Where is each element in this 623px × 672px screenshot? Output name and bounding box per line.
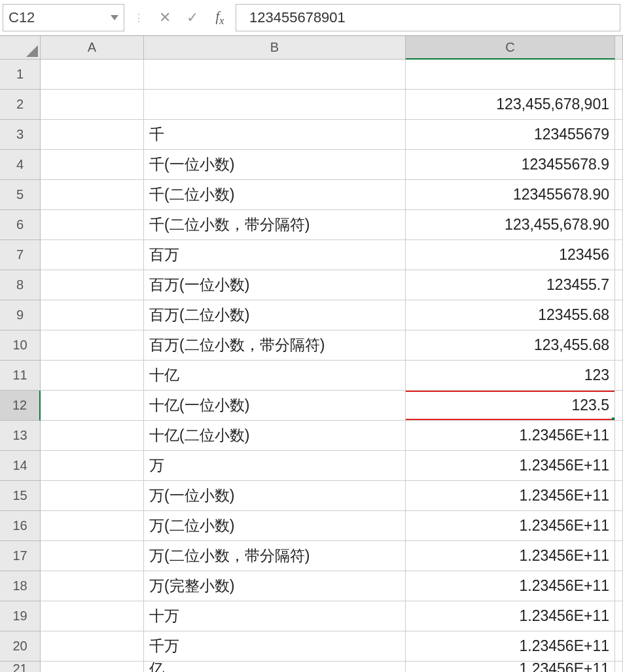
cell[interactable]	[41, 150, 144, 180]
cell[interactable]: 万	[144, 451, 406, 481]
cell[interactable]	[41, 631, 144, 662]
row-header[interactable]: 16	[0, 511, 41, 541]
cell[interactable]: 1.23456E+11	[406, 571, 615, 601]
cell[interactable]: 千万	[144, 631, 406, 662]
col-header-a[interactable]: A	[41, 36, 144, 60]
row-header[interactable]: 15	[0, 481, 41, 511]
cell[interactable]	[615, 662, 623, 672]
name-box-dropdown-icon[interactable]	[111, 15, 118, 20]
cell[interactable]: 1.23456E+11	[406, 451, 615, 481]
cell[interactable]: 123,455,678.90	[406, 210, 615, 240]
row-header[interactable]: 12	[0, 391, 41, 421]
cell[interactable]: 123.5	[406, 391, 615, 421]
cell[interactable]: 123,455.68	[406, 330, 615, 361]
cell[interactable]	[615, 481, 623, 511]
cell[interactable]	[41, 391, 144, 421]
cell[interactable]: 万(二位小数)	[144, 511, 406, 541]
cell[interactable]	[41, 240, 144, 270]
row-header[interactable]: 2	[0, 90, 41, 120]
cell[interactable]: 万(完整小数)	[144, 571, 406, 601]
cell[interactable]: 百万(二位小数，带分隔符)	[144, 330, 406, 361]
cell[interactable]	[615, 240, 623, 270]
cell[interactable]: 1.23456E+11	[406, 481, 615, 511]
cell[interactable]	[615, 180, 623, 210]
cell[interactable]	[41, 662, 144, 672]
cell[interactable]: 千(二位小数)	[144, 180, 406, 210]
enter-icon[interactable]: ✓	[181, 9, 204, 26]
cell[interactable]	[144, 60, 406, 90]
row-header[interactable]: 14	[0, 451, 41, 481]
cell[interactable]: 千(二位小数，带分隔符)	[144, 210, 406, 240]
cell[interactable]: 1.23456E+11	[406, 631, 615, 662]
cell[interactable]	[41, 481, 144, 511]
row-header[interactable]: 1	[0, 60, 41, 90]
cell[interactable]	[615, 541, 623, 571]
cell[interactable]	[615, 511, 623, 541]
cell[interactable]	[41, 300, 144, 330]
cell[interactable]: 千(一位小数)	[144, 150, 406, 180]
cell[interactable]	[615, 451, 623, 481]
cell[interactable]	[41, 571, 144, 601]
cell[interactable]	[406, 60, 615, 90]
cell[interactable]: 万(二位小数，带分隔符)	[144, 541, 406, 571]
cell[interactable]: 十亿(一位小数)	[144, 391, 406, 421]
cell[interactable]: 123455679	[406, 120, 615, 150]
cell[interactable]	[41, 180, 144, 210]
cell[interactable]	[615, 150, 623, 180]
cell[interactable]	[615, 361, 623, 391]
cell[interactable]: 123455678.90	[406, 180, 615, 210]
cell[interactable]	[615, 90, 623, 120]
cell[interactable]: 123455.7	[406, 270, 615, 300]
cell[interactable]	[615, 270, 623, 300]
cell[interactable]	[41, 120, 144, 150]
row-header[interactable]: 17	[0, 541, 41, 571]
cell[interactable]	[615, 631, 623, 662]
cell[interactable]	[615, 601, 623, 631]
row-header[interactable]: 5	[0, 180, 41, 210]
cell[interactable]	[41, 60, 144, 90]
row-header[interactable]: 4	[0, 150, 41, 180]
cell[interactable]: 1.23456E+11	[406, 511, 615, 541]
cell[interactable]: 1.23456E+11	[406, 421, 615, 451]
cell[interactable]	[615, 391, 623, 421]
cell[interactable]: 千	[144, 120, 406, 150]
cell[interactable]: 123,455,678,901	[406, 90, 615, 120]
cell[interactable]: 十亿(二位小数)	[144, 421, 406, 451]
cell[interactable]: 123	[406, 361, 615, 391]
cell[interactable]	[41, 601, 144, 631]
cell[interactable]	[41, 511, 144, 541]
cell[interactable]	[615, 120, 623, 150]
cell[interactable]: 百万	[144, 240, 406, 270]
row-header[interactable]: 20	[0, 631, 41, 662]
row-header[interactable]: 11	[0, 361, 41, 391]
cell[interactable]	[615, 60, 623, 90]
cell[interactable]: 百万(一位小数)	[144, 270, 406, 300]
cell[interactable]	[615, 210, 623, 240]
cell[interactable]	[41, 541, 144, 571]
cell[interactable]: 123455678.9	[406, 150, 615, 180]
cell[interactable]	[41, 210, 144, 240]
row-header[interactable]: 21	[0, 662, 41, 672]
cell[interactable]	[615, 421, 623, 451]
row-header[interactable]: 6	[0, 210, 41, 240]
row-header[interactable]: 3	[0, 120, 41, 150]
col-header-next[interactable]	[615, 36, 623, 60]
formula-input[interactable]: 123455678901	[236, 4, 620, 31]
row-header[interactable]: 8	[0, 270, 41, 300]
cell[interactable]: 123455.68	[406, 300, 615, 330]
row-header[interactable]: 9	[0, 300, 41, 330]
col-header-c[interactable]: C	[406, 36, 615, 60]
fx-icon[interactable]: fx	[208, 8, 232, 27]
cell[interactable]: 123456	[406, 240, 615, 270]
cell[interactable]: 1.23456E+11	[406, 662, 615, 672]
cell[interactable]: 1.23456E+11	[406, 601, 615, 631]
cell[interactable]	[41, 330, 144, 361]
cell[interactable]	[41, 451, 144, 481]
cell[interactable]	[615, 330, 623, 361]
col-header-b[interactable]: B	[144, 36, 406, 60]
cell[interactable]: 万(一位小数)	[144, 481, 406, 511]
cell[interactable]: 十万	[144, 601, 406, 631]
row-header[interactable]: 19	[0, 601, 41, 631]
cell[interactable]	[41, 90, 144, 120]
cancel-icon[interactable]: ✕	[153, 9, 177, 26]
